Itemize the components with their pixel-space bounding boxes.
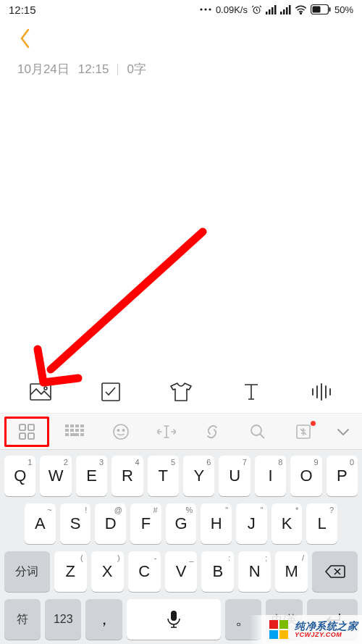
key-j[interactable]: "J [236, 503, 267, 544]
key-w[interactable]: 2W [40, 456, 71, 496]
key-y[interactable]: 6Y [183, 456, 214, 496]
watermark-url: YCWJZY.COM [295, 632, 358, 638]
text-style-button[interactable] [237, 377, 266, 406]
key-g[interactable]: %G [166, 503, 197, 544]
svg-rect-24 [70, 425, 74, 427]
key-q[interactable]: 1Q [4, 456, 35, 496]
key-f[interactable]: #F [130, 503, 161, 544]
svg-rect-14 [312, 7, 320, 13]
ime-coupon-button[interactable] [291, 419, 316, 444]
signal1-icon [266, 5, 277, 14]
key-o[interactable]: 9O [290, 456, 321, 496]
key-s[interactable]: !S [60, 503, 91, 544]
ime-keyboard-layout-button[interactable] [63, 419, 88, 444]
status-bar: 12:15 0.09K/s 50% [0, 0, 362, 19]
svg-rect-8 [280, 12, 282, 14]
svg-rect-33 [80, 433, 84, 436]
svg-rect-4 [266, 12, 268, 14]
theme-button[interactable] [167, 377, 195, 406]
voice-wave-icon [311, 383, 332, 401]
key-numbers[interactable]: 123 [45, 599, 81, 640]
key-h[interactable]: "H [201, 503, 232, 544]
svg-rect-30 [80, 429, 84, 432]
key-b[interactable]: :B [201, 551, 234, 592]
svg-rect-43 [279, 630, 288, 639]
key-z[interactable]: (Z [54, 551, 87, 592]
cursor-move-icon [157, 424, 176, 440]
key-r[interactable]: 4R [111, 456, 143, 496]
chevron-left-icon [19, 28, 32, 49]
key-segment[interactable]: 分词 [4, 551, 50, 592]
app-grid-icon [18, 423, 35, 440]
wifi-icon [295, 5, 307, 14]
key-m[interactable]: /M [275, 551, 308, 592]
key-space[interactable] [127, 599, 222, 640]
app-header [0, 19, 362, 58]
key-c[interactable]: -C [128, 551, 161, 592]
ime-collapse-button[interactable] [329, 419, 358, 444]
svg-point-37 [251, 425, 261, 435]
key-i[interactable]: 8I [255, 456, 286, 496]
key-x[interactable]: )X [91, 551, 124, 592]
key-comma[interactable]: ， [85, 599, 122, 640]
battery-icon [311, 4, 331, 14]
svg-point-35 [117, 429, 119, 430]
voice-input-button[interactable] [307, 377, 336, 406]
key-l[interactable]: ?L [306, 503, 337, 544]
notification-dot [311, 421, 316, 426]
svg-rect-39 [171, 611, 177, 621]
status-time: 12:15 [9, 4, 36, 16]
key-n[interactable]: ;N [238, 551, 271, 592]
svg-rect-23 [65, 425, 69, 427]
insert-image-button[interactable] [26, 377, 55, 406]
emoji-icon [112, 423, 130, 440]
alarm-icon [251, 4, 262, 15]
note-content-area[interactable] [0, 78, 362, 370]
svg-rect-21 [20, 433, 25, 439]
ime-emoji-button[interactable] [109, 419, 133, 444]
key-e[interactable]: 3E [76, 456, 107, 496]
svg-rect-42 [269, 630, 278, 639]
svg-point-1 [204, 8, 206, 10]
watermark-logo-icon [267, 618, 290, 641]
ime-toolbar [0, 414, 362, 450]
svg-point-36 [122, 429, 124, 430]
more-icon [199, 4, 212, 14]
key-v[interactable]: _V [165, 551, 198, 592]
key-backspace[interactable] [312, 551, 358, 592]
image-icon [30, 383, 51, 401]
ime-cursor-button[interactable] [154, 419, 179, 444]
status-speed: 0.09K/s [216, 4, 248, 15]
svg-rect-22 [28, 433, 34, 439]
svg-rect-31 [65, 433, 69, 436]
keyboard-row-2: ~A !S @D #F %G "H "J *K ?L [4, 503, 358, 544]
watermark: 纯净系统之家 YCWJZY.COM [250, 615, 362, 644]
checklist-button[interactable] [96, 377, 125, 406]
key-k[interactable]: *K [272, 503, 303, 544]
key-symbols[interactable]: 符 [4, 599, 41, 640]
key-p[interactable]: 0P [327, 456, 358, 496]
svg-rect-20 [28, 425, 34, 430]
svg-rect-25 [75, 425, 79, 427]
key-d[interactable]: @D [95, 503, 126, 544]
keyboard-layout-icon [65, 425, 85, 439]
svg-rect-9 [283, 9, 285, 14]
key-t[interactable]: 5T [148, 456, 179, 496]
ime-link-button[interactable] [200, 419, 224, 444]
shirt-icon [170, 382, 192, 401]
ime-app-grid-button[interactable] [4, 417, 49, 447]
svg-rect-5 [269, 9, 271, 14]
svg-rect-27 [65, 429, 69, 432]
key-u[interactable]: 7U [219, 456, 250, 496]
checkbox-icon [101, 382, 120, 401]
key-a[interactable]: ~A [25, 503, 56, 544]
svg-rect-29 [75, 429, 79, 432]
text-style-icon [243, 382, 260, 401]
svg-rect-41 [279, 620, 288, 629]
svg-rect-11 [289, 5, 291, 14]
svg-point-17 [44, 387, 47, 390]
link-icon [203, 423, 221, 440]
mic-icon [167, 611, 180, 628]
ime-search-button[interactable] [245, 419, 270, 444]
back-button[interactable] [13, 26, 38, 51]
